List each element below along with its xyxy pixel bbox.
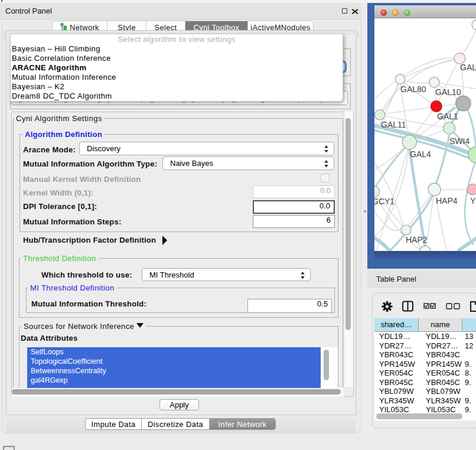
- svg-text:GAL11: GAL11: [381, 120, 406, 129]
- svg-text:GAL: GAL: [460, 63, 476, 72]
- svg-text:GAL10: GAL10: [435, 87, 461, 97]
- svg-text:SWI4: SWI4: [449, 136, 470, 146]
- svg-text:HAP4: HAP4: [436, 196, 458, 206]
- svg-text:GAL1: GAL1: [437, 112, 458, 121]
- svg-text:GCY1: GCY1: [374, 197, 395, 206]
- svg-text:HAP2: HAP2: [406, 235, 428, 244]
- svg-text:Y: Y: [470, 196, 476, 206]
- svg-text:GAL80: GAL80: [400, 84, 426, 94]
- svg-text:GAL4: GAL4: [410, 149, 431, 159]
